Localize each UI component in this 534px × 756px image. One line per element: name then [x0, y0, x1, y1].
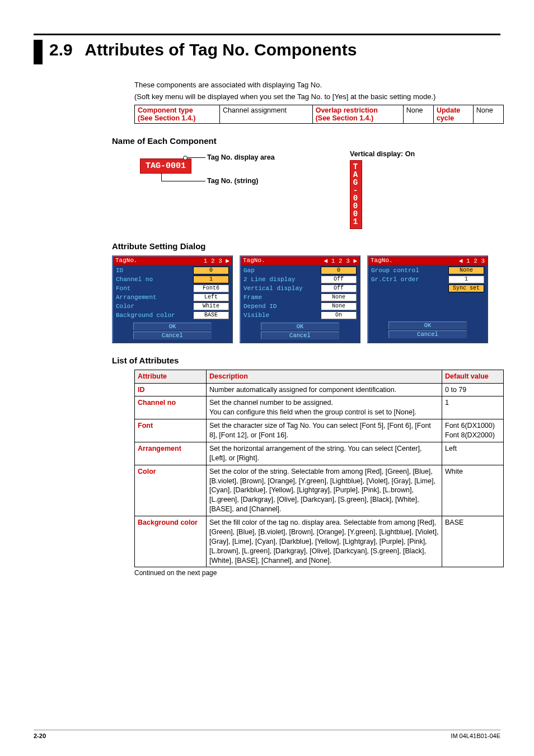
- page-title: 2.9 Attributes of Tag No. Components: [49, 40, 357, 60]
- th-description: Description: [207, 370, 442, 383]
- heading-attribute-setting-dialog: Attribute Setting Dialog: [112, 241, 504, 251]
- section-heading: 2.9 Attributes of Tag No. Components: [34, 40, 500, 64]
- attr-desc-cell: Set the horizontal arrangement of the st…: [207, 442, 442, 465]
- dlg-grorder-value[interactable]: 1: [448, 276, 484, 283]
- tagno-vertical-sample: Vertical display: On TAG-0001: [350, 150, 415, 229]
- dlg-color-label: Color: [116, 303, 172, 310]
- dialog-titlebar: TagNo. ◀ 1 2 3: [368, 256, 487, 265]
- dialog-title: TagNo.: [243, 257, 265, 264]
- attr-default-cell: Font 6(DX1000) Font 8(DX2000): [442, 419, 504, 442]
- dlg-depend-label: Depend ID: [243, 303, 299, 310]
- dlg-frame-value[interactable]: None: [321, 293, 357, 301]
- dlg-twoline-label: 2 Line display: [243, 276, 299, 283]
- table-row: ColorSet the color of the string. Select…: [135, 465, 504, 516]
- heading-list-of-attributes: List of Attributes: [112, 356, 504, 365]
- th-default: Default value: [442, 370, 504, 383]
- callout-line-string-v: [161, 173, 162, 181]
- dialog-cancel-button[interactable]: Cancel: [388, 330, 467, 338]
- section-number: 2.9: [49, 40, 81, 60]
- th-attribute: Attribute: [135, 370, 207, 383]
- table-row: FontSet the character size of Tag No. Yo…: [135, 419, 504, 442]
- dialog-title: TagNo.: [371, 257, 393, 264]
- attribute-dialogs: TagNo. 1 2 3 ▶ ID0 Channel no1 FontFont6…: [112, 255, 504, 343]
- section-mark: [34, 40, 43, 64]
- top-rule: [34, 34, 500, 35]
- tagno-vertical-box: TAG-0001: [350, 160, 362, 229]
- dlg-bgcolor-value[interactable]: BASE: [193, 311, 229, 319]
- dlg-font-value[interactable]: Font6: [193, 284, 229, 292]
- attr-default-cell: 0 to 79: [442, 383, 504, 396]
- attributes-table: Attribute Description Default value IDNu…: [134, 370, 504, 568]
- dialog-ok-button[interactable]: OK: [388, 321, 467, 329]
- callout-line-string: [161, 181, 205, 181]
- dlg-bgcolor-label: Background color: [116, 312, 175, 319]
- dlg-visible-label: Visible: [243, 312, 299, 319]
- attr-name-cell: Arrangement: [135, 442, 207, 465]
- dialog-cancel-button[interactable]: Cancel: [133, 332, 212, 339]
- attr-desc-cell: Set the color of the string. Selectable …: [207, 465, 442, 516]
- dlg-syncset-button[interactable]: Sync set: [448, 284, 484, 292]
- dialog-ok-button[interactable]: OK: [133, 323, 212, 330]
- dialog-titlebar: TagNo. 1 2 3 ▶: [113, 256, 232, 265]
- attr-name-cell: Color: [135, 465, 207, 516]
- dlg-arrangement-value[interactable]: Left: [193, 293, 229, 301]
- dialog-titlebar: TagNo. ◀ 1 2 3 ▶: [241, 256, 359, 265]
- attr-default-cell: 1: [442, 396, 504, 419]
- footer-page-number: 2-20: [34, 732, 46, 739]
- intro-line-1: These components are associated with dis…: [134, 80, 504, 91]
- dlg-vertical-value[interactable]: Off: [321, 284, 357, 292]
- dlg-id-value[interactable]: 0: [193, 267, 229, 274]
- dlg-groupctrl-value[interactable]: None: [448, 267, 484, 274]
- vertical-display-label: Vertical display: On: [350, 150, 415, 158]
- table-row: Channel noSet the channel number to be a…: [135, 396, 504, 419]
- attr-name-cell: ID: [135, 383, 207, 396]
- dlg-visible-value[interactable]: On: [321, 311, 357, 319]
- dlg-arrangement-label: Arrangement: [116, 294, 172, 301]
- dialog-tabs[interactable]: ◀ 1 2 3: [459, 257, 485, 264]
- ct-update: Update cycle: [433, 105, 473, 123]
- ct-channel-assignment: Channel assignment: [219, 105, 312, 123]
- attr-desc-cell: Set the fill color of the tag no. displa…: [207, 516, 442, 567]
- intro-line-2: (Soft key menu will be displayed when yo…: [134, 92, 504, 102]
- tagno-horizontal-sample: TAG-0001 Tag No. display area Tag No. (s…: [140, 150, 327, 195]
- callout-tagno-string: Tag No. (string): [207, 177, 258, 185]
- continued-note: Continued on the next page: [134, 569, 504, 577]
- dlg-gap-label: Gap: [243, 267, 299, 274]
- section-title: Attributes of Tag No. Components: [85, 40, 357, 59]
- attribute-dialog-page3: TagNo. ◀ 1 2 3 Group controlNone Gr.Ctrl…: [367, 255, 488, 343]
- dialog-title: TagNo.: [115, 257, 138, 264]
- dialog-tabs[interactable]: 1 2 3 ▶: [204, 257, 229, 264]
- dlg-twoline-value[interactable]: Off: [321, 276, 357, 283]
- table-row: IDNumber automatically assigned for comp…: [135, 383, 504, 396]
- callout-line-area: [186, 157, 205, 158]
- dialog-ok-button[interactable]: OK: [261, 323, 339, 330]
- dlg-channel-value[interactable]: 1: [193, 276, 229, 283]
- attribute-dialog-page1: TagNo. 1 2 3 ▶ ID0 Channel no1 FontFont6…: [112, 255, 233, 343]
- intro-text: These components are associated with dis…: [134, 80, 504, 102]
- table-row: Background colorSet the fill color of th…: [135, 516, 504, 567]
- page-footer: 2-20 IM 04L41B01-04E: [34, 730, 500, 739]
- tagno-vertical-text: TAG-0001: [352, 162, 359, 225]
- ct-overlap-value: None: [403, 105, 433, 123]
- dlg-depend-value[interactable]: None: [321, 302, 357, 310]
- dlg-font-label: Font: [116, 285, 172, 292]
- table-row: ArrangementSet the horizontal arrangemen…: [135, 442, 504, 465]
- attr-desc-cell: Number automatically assigned for compon…: [207, 383, 442, 396]
- ct-overlap: Overlap restriction (See Section 1.4.): [312, 105, 403, 123]
- ct-update-value: None: [473, 105, 503, 123]
- dlg-color-value[interactable]: White: [193, 302, 229, 310]
- component-type-table: Component type (See Section 1.4.) Channe…: [134, 105, 504, 124]
- dlg-channel-label: Channel no: [116, 276, 172, 283]
- dlg-groupctrl-label: Group control: [371, 267, 427, 274]
- heading-name-of-each-component: Name of Each Component: [112, 136, 504, 146]
- dialog-cancel-button[interactable]: Cancel: [261, 332, 339, 339]
- callout-display-area: Tag No. display area: [207, 153, 275, 161]
- dlg-gap-value[interactable]: 0: [321, 267, 357, 274]
- dialog-tabs[interactable]: ◀ 1 2 3 ▶: [324, 257, 357, 264]
- attr-name-cell: Background color: [135, 516, 207, 567]
- ct-component-type: Component type (See Section 1.4.): [135, 105, 220, 123]
- dlg-id-label: ID: [116, 267, 172, 274]
- component-diagram: TAG-0001 Tag No. display area Tag No. (s…: [140, 150, 504, 229]
- attr-default-cell: White: [442, 465, 504, 516]
- dlg-vertical-label: Vertical display: [243, 285, 303, 292]
